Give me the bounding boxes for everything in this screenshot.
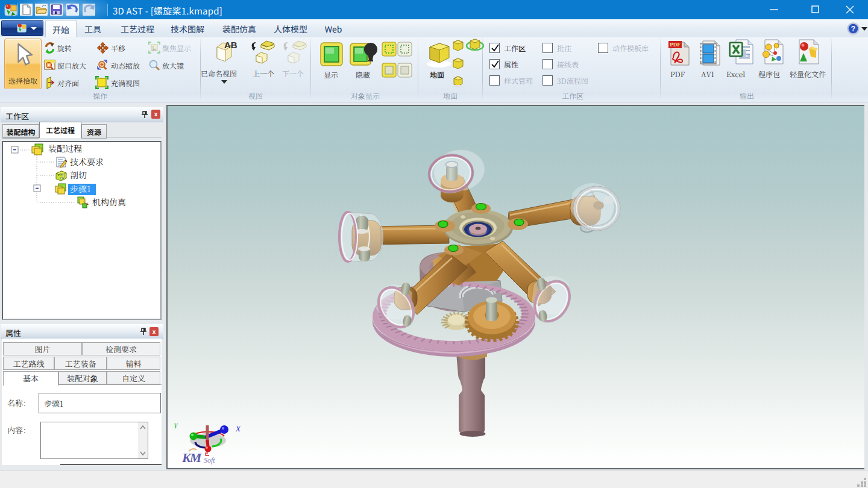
svg-text:机构仿真: 机构仿真 bbox=[92, 196, 127, 208]
svg-text:步骤1: 步骤1 bbox=[70, 183, 91, 195]
svg-text:剖切: 剖切 bbox=[70, 169, 87, 181]
svg-text:?: ? bbox=[851, 25, 855, 33]
svg-text:X: X bbox=[235, 424, 241, 433]
svg-text:KM: KM bbox=[181, 450, 203, 465]
svg-text:PDF: PDF bbox=[670, 42, 681, 48]
svg-text:技术要求: 技术要求 bbox=[70, 155, 104, 167]
svg-text:Soft: Soft bbox=[204, 456, 215, 465]
svg-text:Y: Y bbox=[174, 422, 178, 430]
svg-text:AB: AB bbox=[224, 40, 237, 50]
svg-text:装配过程: 装配过程 bbox=[48, 142, 82, 154]
